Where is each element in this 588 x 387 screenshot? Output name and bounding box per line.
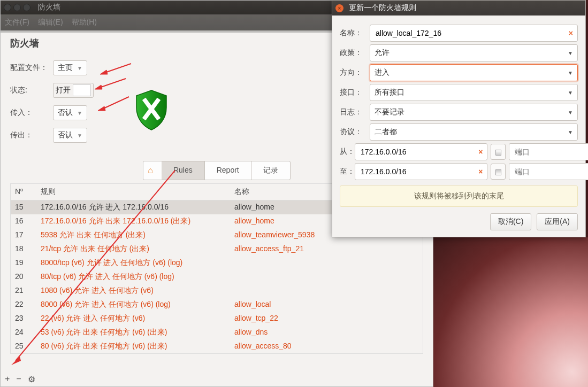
maximize-icon[interactable] bbox=[23, 4, 30, 11]
remove-button[interactable]: − bbox=[16, 374, 21, 384]
name-field[interactable]: × bbox=[370, 25, 578, 42]
profile-value: 主页 bbox=[58, 63, 73, 73]
outgoing-value: 否认 bbox=[58, 130, 73, 140]
menu-help[interactable]: 帮助(H) bbox=[72, 18, 97, 27]
profile-label: 配置文件： bbox=[10, 63, 53, 73]
to-port-field[interactable]: × bbox=[509, 163, 588, 180]
chevron-down-icon: ▼ bbox=[77, 110, 82, 116]
update-rule-dialog: × 更新一个防火墙规则 名称： × 政策： 允许 ▼ 方向： 进入 ▼ 接口： bbox=[332, 0, 586, 237]
from-ip-input[interactable] bbox=[360, 147, 478, 157]
col-rule[interactable]: 规则 bbox=[36, 184, 230, 200]
dialog-title: 更新一个防火墙规则 bbox=[349, 3, 416, 13]
cancel-button[interactable]: 取消(C) bbox=[490, 213, 531, 230]
direction-label: 方向： bbox=[340, 68, 370, 78]
table-row[interactable]: 198000/tcp (v6) 允许 进入 任何地方 (v6) (log) bbox=[11, 256, 423, 270]
status-value: 打开 bbox=[56, 86, 71, 95]
to-port-input[interactable] bbox=[514, 167, 588, 176]
log-value: 不要记录 bbox=[375, 107, 404, 117]
log-label: 日志： bbox=[340, 107, 370, 117]
cell-name: allow_local bbox=[230, 300, 423, 309]
policy-label: 政策： bbox=[340, 48, 370, 58]
table-row[interactable]: 2080/tcp (v6) 允许 进入 任何地方 (v6) (log) bbox=[11, 270, 423, 284]
policy-combo[interactable]: 允许 ▼ bbox=[370, 44, 578, 61]
minimize-icon[interactable] bbox=[13, 4, 21, 11]
direction-combo[interactable]: 进入 ▼ bbox=[370, 64, 578, 81]
from-port-input[interactable] bbox=[514, 147, 588, 157]
cell-name bbox=[230, 272, 423, 282]
cell-rule: 1080 (v6) 允许 进入 任何地方 (v6) bbox=[36, 286, 230, 296]
close-icon[interactable]: × bbox=[335, 4, 343, 12]
cell-rule: 172.16.0.0/16 允许 出来 172.16.0.0/16 (出来) bbox=[36, 216, 230, 226]
table-row[interactable]: 2322 (v6) 允许 进入 任何地方 (v6)allow_tcp_22 bbox=[11, 312, 423, 326]
tab-report[interactable]: Report bbox=[205, 161, 251, 180]
cell-rule: 22 (v6) 允许 进入 任何地方 (v6) bbox=[36, 314, 230, 323]
log-combo[interactable]: 不要记录 ▼ bbox=[370, 104, 578, 121]
cell-no: 18 bbox=[11, 244, 36, 254]
cell-no: 16 bbox=[11, 216, 36, 226]
home-icon[interactable]: ⌂ bbox=[143, 166, 157, 175]
chevron-down-icon: ▼ bbox=[568, 90, 573, 96]
cell-name: allow_tcp_22 bbox=[230, 314, 423, 323]
dialog-note: 该规则将被移到列表的末尾 bbox=[340, 185, 578, 207]
settings-icon[interactable]: ⚙ bbox=[28, 374, 35, 384]
incoming-combo[interactable]: 否认 ▼ bbox=[53, 105, 87, 120]
chevron-down-icon: ▼ bbox=[568, 110, 573, 115]
bottom-toolbar: + − ⚙ bbox=[5, 374, 35, 384]
table-row[interactable]: 211080 (v6) 允许 进入 任何地方 (v6) bbox=[11, 284, 423, 298]
from-ip-field[interactable]: × bbox=[355, 143, 487, 160]
menu-file[interactable]: 文件(F) bbox=[5, 18, 29, 27]
cell-no: 25 bbox=[11, 342, 36, 351]
cell-rule: 8000/tcp (v6) 允许 进入 任何地方 (v6) (log) bbox=[36, 258, 230, 268]
chevron-down-icon: ▼ bbox=[568, 50, 573, 56]
cell-rule: 53 (v6) 允许 出来 任何地方 (v6) (出来) bbox=[36, 328, 230, 337]
cell-rule: 172.16.0.0/16 允许 进入 172.16.0.0/16 bbox=[36, 203, 230, 212]
chevron-down-icon: ▼ bbox=[568, 129, 573, 135]
table-row[interactable]: 1821/tcp 允许 出来 任何地方 (出来)allow_access_ftp… bbox=[11, 242, 423, 256]
tab-log[interactable]: 记录 bbox=[251, 161, 290, 180]
proto-label: 协议： bbox=[340, 127, 370, 137]
to-ip-input[interactable] bbox=[360, 167, 478, 176]
to-label: 至： bbox=[340, 167, 355, 176]
cell-no: 15 bbox=[11, 203, 36, 212]
close-icon[interactable] bbox=[4, 4, 11, 11]
cell-name bbox=[230, 258, 423, 268]
profile-combo[interactable]: 主页 ▼ bbox=[53, 60, 87, 75]
col-no[interactable]: Nº bbox=[11, 184, 36, 200]
clear-icon[interactable]: × bbox=[478, 167, 483, 176]
cell-no: 19 bbox=[11, 258, 36, 268]
browse-button[interactable]: ▤ bbox=[491, 144, 506, 160]
cell-name: allow_access_80 bbox=[230, 342, 423, 351]
status-switch[interactable]: 打开 bbox=[53, 83, 94, 98]
incoming-label: 传入： bbox=[10, 108, 53, 118]
clear-icon[interactable]: × bbox=[569, 29, 573, 37]
iface-combo[interactable]: 所有接口 ▼ bbox=[370, 84, 578, 101]
cell-rule: 80/tcp (v6) 允许 进入 任何地方 (v6) (log) bbox=[36, 272, 230, 282]
to-ip-field[interactable]: × bbox=[355, 163, 487, 180]
cell-no: 20 bbox=[11, 272, 36, 282]
menu-edit[interactable]: 编辑(E) bbox=[38, 18, 63, 27]
direction-value: 进入 bbox=[375, 68, 390, 78]
table-row[interactable]: 2453 (v6) 允许 出来 任何地方 (v6) (出来)allow_dns bbox=[11, 326, 423, 339]
cell-rule: 5938 允许 出来 任何地方 (出来) bbox=[36, 230, 230, 240]
iface-value: 所有接口 bbox=[375, 88, 404, 97]
table-row[interactable]: 2580 (v6) 允许 出来 任何地方 (v6) (出来)allow_acce… bbox=[11, 339, 423, 353]
proto-value: 二者都 bbox=[375, 127, 397, 137]
cell-name: allow_access_ftp_21 bbox=[230, 244, 423, 254]
window-title: 防火墙 bbox=[38, 3, 60, 12]
browse-button[interactable]: ▤ bbox=[491, 164, 506, 180]
cell-no: 21 bbox=[11, 286, 36, 296]
clear-icon[interactable]: × bbox=[478, 148, 483, 156]
name-input[interactable] bbox=[375, 28, 569, 38]
apply-button[interactable]: 应用(A) bbox=[537, 213, 578, 230]
proto-combo[interactable]: 二者都 ▼ bbox=[370, 123, 578, 141]
add-button[interactable]: + bbox=[5, 374, 10, 384]
table-row[interactable]: 228000 (v6) 允许 进入 任何地方 (v6) (log)allow_l… bbox=[11, 298, 423, 312]
dialog-titlebar: × 更新一个防火墙规则 bbox=[332, 1, 585, 16]
status-label: 状态: bbox=[10, 86, 53, 95]
from-label: 从： bbox=[340, 147, 355, 157]
tab-rules[interactable]: Rules bbox=[162, 161, 205, 180]
from-port-field[interactable]: × bbox=[509, 143, 588, 160]
outgoing-combo[interactable]: 否认 ▼ bbox=[53, 128, 87, 143]
tabs: ⌂ Rules Report 记录 bbox=[143, 161, 291, 180]
cell-name bbox=[230, 286, 423, 296]
